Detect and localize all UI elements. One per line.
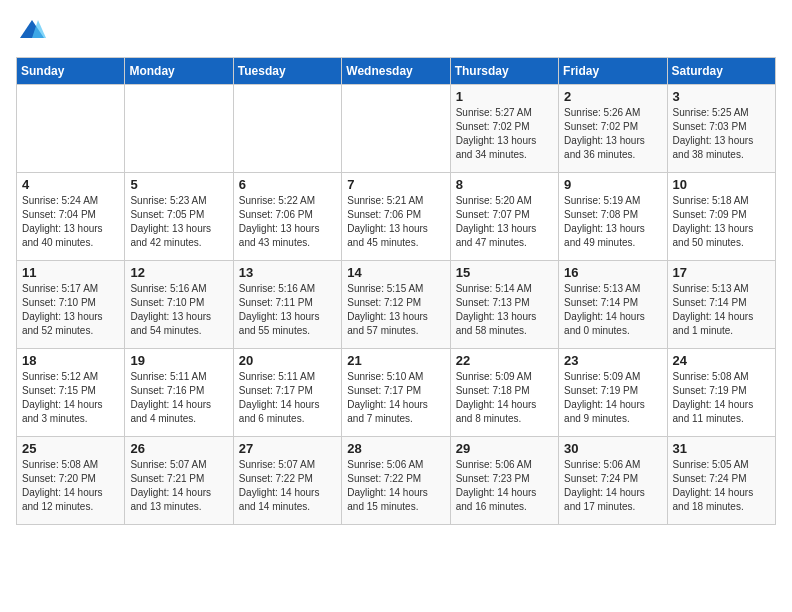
cell-content: Sunrise: 5:16 AM Sunset: 7:11 PM Dayligh…: [239, 282, 336, 338]
cell-content: Sunrise: 5:14 AM Sunset: 7:13 PM Dayligh…: [456, 282, 553, 338]
day-number: 30: [564, 441, 661, 456]
cell-content: Sunrise: 5:20 AM Sunset: 7:07 PM Dayligh…: [456, 194, 553, 250]
cell-content: Sunrise: 5:06 AM Sunset: 7:24 PM Dayligh…: [564, 458, 661, 514]
day-number: 15: [456, 265, 553, 280]
calendar-cell-w2d3: 14Sunrise: 5:15 AM Sunset: 7:12 PM Dayli…: [342, 260, 450, 348]
weekday-header-wednesday: Wednesday: [342, 57, 450, 84]
day-number: 29: [456, 441, 553, 456]
cell-content: Sunrise: 5:12 AM Sunset: 7:15 PM Dayligh…: [22, 370, 119, 426]
cell-content: Sunrise: 5:13 AM Sunset: 7:14 PM Dayligh…: [673, 282, 770, 338]
day-number: 25: [22, 441, 119, 456]
day-number: 8: [456, 177, 553, 192]
calendar-table: SundayMondayTuesdayWednesdayThursdayFrid…: [16, 57, 776, 525]
day-number: 4: [22, 177, 119, 192]
logo: [16, 16, 46, 49]
cell-content: Sunrise: 5:23 AM Sunset: 7:05 PM Dayligh…: [130, 194, 227, 250]
calendar-cell-w1d3: 7Sunrise: 5:21 AM Sunset: 7:06 PM Daylig…: [342, 172, 450, 260]
cell-content: Sunrise: 5:16 AM Sunset: 7:10 PM Dayligh…: [130, 282, 227, 338]
calendar-cell-w2d5: 16Sunrise: 5:13 AM Sunset: 7:14 PM Dayli…: [559, 260, 667, 348]
cell-content: Sunrise: 5:21 AM Sunset: 7:06 PM Dayligh…: [347, 194, 444, 250]
cell-content: Sunrise: 5:10 AM Sunset: 7:17 PM Dayligh…: [347, 370, 444, 426]
cell-content: Sunrise: 5:11 AM Sunset: 7:17 PM Dayligh…: [239, 370, 336, 426]
calendar-cell-w2d1: 12Sunrise: 5:16 AM Sunset: 7:10 PM Dayli…: [125, 260, 233, 348]
day-number: 19: [130, 353, 227, 368]
cell-content: Sunrise: 5:06 AM Sunset: 7:22 PM Dayligh…: [347, 458, 444, 514]
calendar-cell-w2d2: 13Sunrise: 5:16 AM Sunset: 7:11 PM Dayli…: [233, 260, 341, 348]
cell-content: Sunrise: 5:19 AM Sunset: 7:08 PM Dayligh…: [564, 194, 661, 250]
calendar-cell-w1d1: 5Sunrise: 5:23 AM Sunset: 7:05 PM Daylig…: [125, 172, 233, 260]
day-number: 3: [673, 89, 770, 104]
cell-content: Sunrise: 5:06 AM Sunset: 7:23 PM Dayligh…: [456, 458, 553, 514]
day-number: 12: [130, 265, 227, 280]
calendar-cell-w2d4: 15Sunrise: 5:14 AM Sunset: 7:13 PM Dayli…: [450, 260, 558, 348]
cell-content: Sunrise: 5:25 AM Sunset: 7:03 PM Dayligh…: [673, 106, 770, 162]
day-number: 26: [130, 441, 227, 456]
page-header: [16, 16, 776, 49]
day-number: 31: [673, 441, 770, 456]
calendar-cell-w3d5: 23Sunrise: 5:09 AM Sunset: 7:19 PM Dayli…: [559, 348, 667, 436]
day-number: 6: [239, 177, 336, 192]
weekday-header-tuesday: Tuesday: [233, 57, 341, 84]
day-number: 16: [564, 265, 661, 280]
cell-content: Sunrise: 5:18 AM Sunset: 7:09 PM Dayligh…: [673, 194, 770, 250]
cell-content: Sunrise: 5:27 AM Sunset: 7:02 PM Dayligh…: [456, 106, 553, 162]
calendar-cell-w0d1: [125, 84, 233, 172]
cell-content: Sunrise: 5:05 AM Sunset: 7:24 PM Dayligh…: [673, 458, 770, 514]
day-number: 22: [456, 353, 553, 368]
day-number: 21: [347, 353, 444, 368]
calendar-cell-w4d3: 28Sunrise: 5:06 AM Sunset: 7:22 PM Dayli…: [342, 436, 450, 524]
calendar-cell-w1d2: 6Sunrise: 5:22 AM Sunset: 7:06 PM Daylig…: [233, 172, 341, 260]
day-number: 24: [673, 353, 770, 368]
calendar-cell-w1d5: 9Sunrise: 5:19 AM Sunset: 7:08 PM Daylig…: [559, 172, 667, 260]
calendar-cell-w3d4: 22Sunrise: 5:09 AM Sunset: 7:18 PM Dayli…: [450, 348, 558, 436]
cell-content: Sunrise: 5:13 AM Sunset: 7:14 PM Dayligh…: [564, 282, 661, 338]
cell-content: Sunrise: 5:15 AM Sunset: 7:12 PM Dayligh…: [347, 282, 444, 338]
calendar-cell-w3d0: 18Sunrise: 5:12 AM Sunset: 7:15 PM Dayli…: [17, 348, 125, 436]
cell-content: Sunrise: 5:11 AM Sunset: 7:16 PM Dayligh…: [130, 370, 227, 426]
cell-content: Sunrise: 5:24 AM Sunset: 7:04 PM Dayligh…: [22, 194, 119, 250]
day-number: 5: [130, 177, 227, 192]
day-number: 14: [347, 265, 444, 280]
calendar-cell-w4d6: 31Sunrise: 5:05 AM Sunset: 7:24 PM Dayli…: [667, 436, 775, 524]
day-number: 23: [564, 353, 661, 368]
day-number: 20: [239, 353, 336, 368]
calendar-cell-w0d0: [17, 84, 125, 172]
calendar-cell-w0d6: 3Sunrise: 5:25 AM Sunset: 7:03 PM Daylig…: [667, 84, 775, 172]
calendar-cell-w1d4: 8Sunrise: 5:20 AM Sunset: 7:07 PM Daylig…: [450, 172, 558, 260]
calendar-cell-w3d6: 24Sunrise: 5:08 AM Sunset: 7:19 PM Dayli…: [667, 348, 775, 436]
calendar-cell-w4d2: 27Sunrise: 5:07 AM Sunset: 7:22 PM Dayli…: [233, 436, 341, 524]
calendar-cell-w0d5: 2Sunrise: 5:26 AM Sunset: 7:02 PM Daylig…: [559, 84, 667, 172]
calendar-cell-w4d5: 30Sunrise: 5:06 AM Sunset: 7:24 PM Dayli…: [559, 436, 667, 524]
weekday-header-monday: Monday: [125, 57, 233, 84]
day-number: 2: [564, 89, 661, 104]
calendar-cell-w0d2: [233, 84, 341, 172]
day-number: 7: [347, 177, 444, 192]
calendar-cell-w4d0: 25Sunrise: 5:08 AM Sunset: 7:20 PM Dayli…: [17, 436, 125, 524]
logo-icon: [18, 16, 46, 44]
cell-content: Sunrise: 5:08 AM Sunset: 7:20 PM Dayligh…: [22, 458, 119, 514]
cell-content: Sunrise: 5:26 AM Sunset: 7:02 PM Dayligh…: [564, 106, 661, 162]
calendar-cell-w0d4: 1Sunrise: 5:27 AM Sunset: 7:02 PM Daylig…: [450, 84, 558, 172]
cell-content: Sunrise: 5:08 AM Sunset: 7:19 PM Dayligh…: [673, 370, 770, 426]
day-number: 9: [564, 177, 661, 192]
calendar-cell-w0d3: [342, 84, 450, 172]
calendar-cell-w2d0: 11Sunrise: 5:17 AM Sunset: 7:10 PM Dayli…: [17, 260, 125, 348]
cell-content: Sunrise: 5:07 AM Sunset: 7:21 PM Dayligh…: [130, 458, 227, 514]
day-number: 18: [22, 353, 119, 368]
cell-content: Sunrise: 5:07 AM Sunset: 7:22 PM Dayligh…: [239, 458, 336, 514]
cell-content: Sunrise: 5:09 AM Sunset: 7:19 PM Dayligh…: [564, 370, 661, 426]
weekday-header-sunday: Sunday: [17, 57, 125, 84]
day-number: 28: [347, 441, 444, 456]
day-number: 27: [239, 441, 336, 456]
weekday-header-saturday: Saturday: [667, 57, 775, 84]
day-number: 1: [456, 89, 553, 104]
day-number: 17: [673, 265, 770, 280]
calendar-cell-w3d1: 19Sunrise: 5:11 AM Sunset: 7:16 PM Dayli…: [125, 348, 233, 436]
calendar-cell-w3d3: 21Sunrise: 5:10 AM Sunset: 7:17 PM Dayli…: [342, 348, 450, 436]
cell-content: Sunrise: 5:22 AM Sunset: 7:06 PM Dayligh…: [239, 194, 336, 250]
day-number: 10: [673, 177, 770, 192]
calendar-cell-w4d1: 26Sunrise: 5:07 AM Sunset: 7:21 PM Dayli…: [125, 436, 233, 524]
weekday-header-thursday: Thursday: [450, 57, 558, 84]
calendar-cell-w4d4: 29Sunrise: 5:06 AM Sunset: 7:23 PM Dayli…: [450, 436, 558, 524]
calendar-cell-w2d6: 17Sunrise: 5:13 AM Sunset: 7:14 PM Dayli…: [667, 260, 775, 348]
